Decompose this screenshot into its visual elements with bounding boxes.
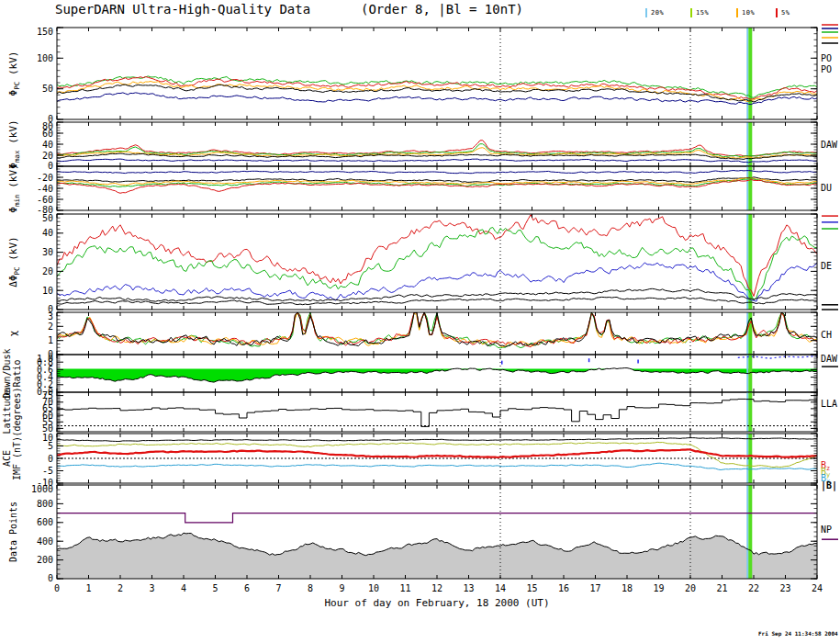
right-label-lla: LLA: [821, 399, 837, 409]
x-tick-label: 15: [526, 583, 537, 593]
axis-minor-ticks: [57, 28, 817, 119]
y-tick-label: 600: [37, 517, 53, 527]
y-tick-label: 40: [42, 228, 53, 238]
panel-content-phi_min: [57, 166, 817, 210]
y-tick-label: 150: [37, 27, 53, 37]
y-tick-label: 10: [42, 286, 53, 296]
event-bar-edge: [746, 485, 748, 579]
x-tick-label: 7: [275, 583, 281, 593]
x-tick-label: 3: [149, 583, 154, 593]
panel-npts: 02004006008001000Data PointsNP: [8, 484, 838, 583]
series-dusk-navy: [57, 171, 817, 174]
right-label-du: DU: [821, 183, 832, 193]
y-axis-title: ΔΦPC (kV): [7, 236, 21, 287]
right-label-np: NP: [821, 525, 832, 535]
x-tick-label: 2: [118, 583, 123, 593]
y-axis-title: Data Points: [8, 502, 18, 562]
panel-content-latitude: [57, 392, 817, 432]
right-label-ch: CH: [821, 330, 832, 340]
y-axis-title: Φmax (kV): [7, 119, 21, 168]
panel-content-phi_pc: [57, 28, 817, 119]
right-label-|b|: |B|: [821, 480, 837, 491]
panel-dphi_pc: 01020304050ΔΦPC (kV)DE: [7, 213, 838, 314]
y-tick-label: 1.0: [37, 354, 53, 364]
panel-chi: 0123χCH: [7, 311, 832, 359]
ratio-green-fill: [57, 369, 817, 383]
panel-content-phi_max: [57, 122, 817, 166]
timestamp: Fri Sep 24 11:34:58 2004: [758, 630, 838, 637]
y-tick-label: 2: [48, 322, 53, 332]
panel-content-chi: [57, 312, 817, 355]
x-tick-label: 0: [54, 583, 60, 593]
panel-frame: [57, 166, 817, 210]
y-tick-label: 200: [37, 555, 53, 565]
axis-minor-ticks: [57, 166, 817, 210]
x-tick-label: 12: [431, 583, 442, 593]
y-axis-title: Ratio: [12, 359, 22, 387]
series-imf-bmag: [57, 438, 817, 442]
panel-latitude: 505560657075Latitude(degrees)LLA: [2, 387, 837, 436]
axis-minor-ticks: [57, 312, 817, 355]
right-label-daw: DAW: [821, 354, 838, 364]
right-label-daw: DAW: [821, 140, 838, 150]
y-axis-title: χ: [7, 330, 19, 336]
x-tick-label: 21: [716, 583, 727, 593]
panel-frame: [57, 122, 817, 166]
y-axis-title: Latitude: [2, 389, 12, 434]
series-imf-bz: [57, 449, 817, 457]
event-bar: [748, 485, 752, 579]
x-tick-label: 14: [495, 583, 506, 593]
y-tick-label: -5: [42, 466, 53, 476]
axis-minor-ticks: [57, 122, 817, 166]
x-tick-label: 4: [181, 583, 186, 593]
panel-phi_max: 020406080Φmax (kV)DAW: [7, 119, 838, 170]
panel-dawn_dusk: 0.00.20.40.60.81.0Dawn/DuskRatioDAW: [2, 348, 838, 398]
panel-content-imf: [57, 434, 817, 483]
series-delta-black: [57, 288, 817, 301]
y-tick-label: 30: [42, 247, 53, 257]
y-tick-label: -20: [37, 173, 53, 183]
axis-major-ticks: [57, 122, 817, 166]
event-bar: [748, 122, 752, 166]
panel-imf: -10-50510ACEIMF (nT)BzByBx|B|: [2, 433, 837, 491]
right-label-po: PO: [821, 64, 832, 74]
series-delta-green: [57, 228, 817, 300]
event-bar-edge: [746, 122, 748, 166]
plot-canvas: 050100150ΦPC (kV)POPO020406080Φmax (kV)D…: [0, 0, 840, 643]
x-tick-label: 5: [212, 583, 218, 593]
x-tick-label: 6: [244, 583, 250, 593]
y-tick-label: 75: [42, 390, 53, 400]
x-tick-label: 19: [653, 583, 664, 593]
y-axis-title: ΦPC (kV): [7, 51, 21, 96]
x-tick-label: 23: [779, 583, 790, 593]
right-label-po: PO: [821, 53, 832, 63]
series-latitude-step: [57, 399, 817, 426]
event-bar-edge: [746, 214, 748, 310]
y-tick-label: 0: [48, 161, 53, 171]
panel-frame: [57, 28, 817, 119]
panel-phi_min: -80-60-40-20Φmin (kV)DU: [7, 164, 832, 214]
y-axis-title: IMF (nT): [12, 436, 22, 480]
y-tick-label: 10: [42, 433, 53, 443]
x-axis-label: Hour of day on February, 18 2000 (UT): [57, 597, 817, 609]
y-axis-title: (degrees): [12, 387, 22, 436]
event-bar: [748, 166, 752, 210]
panel-content-dawn_dusk: [57, 355, 817, 392]
series-imf-bx: [57, 463, 817, 469]
panel-content-dphi_pc: [57, 214, 817, 310]
y-tick-label: 100: [37, 53, 53, 63]
y-tick-label: -40: [37, 184, 53, 194]
series-potential-black: [57, 85, 817, 102]
series-dawn-navy: [57, 159, 817, 163]
x-tick-label: 1: [85, 583, 91, 593]
x-tick-label: 24: [812, 583, 823, 593]
x-tick-label: 13: [463, 583, 474, 593]
y-tick-label: 0: [48, 454, 53, 464]
x-tick-label: 18: [622, 583, 633, 593]
y-tick-label: 400: [37, 536, 53, 547]
event-bar-edge: [746, 28, 748, 119]
y-tick-label: 1000: [31, 484, 53, 494]
y-tick-label: 0: [48, 573, 53, 583]
panel-frame: [57, 312, 817, 355]
x-tick-label: 20: [685, 583, 696, 593]
